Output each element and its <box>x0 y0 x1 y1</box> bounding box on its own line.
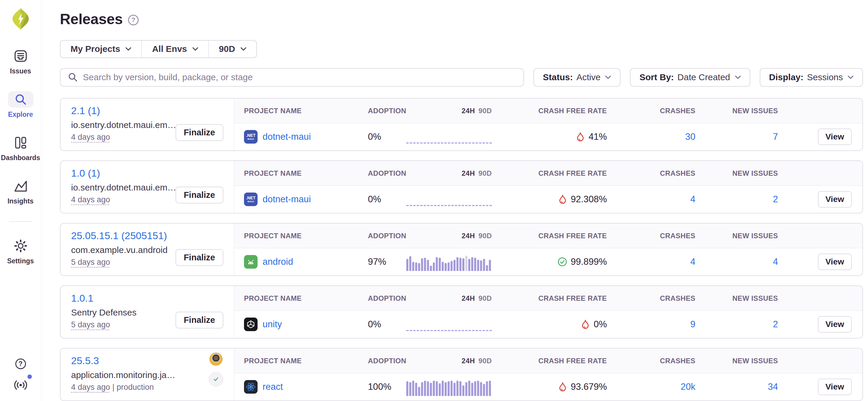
dotnet-maui-platform-icon: .NETMAUI <box>244 130 257 143</box>
status-dropdown[interactable]: Status: Active <box>533 68 620 87</box>
page-title: Releases <box>60 11 123 28</box>
whats-new-button[interactable] <box>13 379 28 392</box>
sessions-sparkline <box>406 186 492 213</box>
view-button[interactable]: View <box>818 191 852 208</box>
android-platform-icon <box>244 255 257 269</box>
release-created: 4 days ago <box>71 383 110 392</box>
crash-free-rate: 99.899% <box>492 257 607 267</box>
sidebar-item-issues[interactable]: Issues <box>0 48 41 75</box>
release-package: application.monitoring.ja… <box>71 370 223 380</box>
sessions-sparkline <box>406 248 492 275</box>
sidebar-item-label: Issues <box>10 67 31 75</box>
project-filter-dropdown[interactable]: My Projects <box>60 41 141 58</box>
finalize-button[interactable]: Finalize <box>176 312 223 329</box>
release-created: 5 days ago <box>71 258 110 267</box>
finalize-button[interactable]: Finalize <box>176 124 223 141</box>
page-help-icon[interactable]: ? <box>128 15 139 25</box>
table-row: .NETMAUI dotnet-maui 0% 41% 30 <box>234 123 862 151</box>
finalize-button[interactable]: Finalize <box>176 187 223 203</box>
crashes-link[interactable]: 4 <box>690 257 695 267</box>
new-issues-link[interactable]: 34 <box>768 381 778 392</box>
release-version-link[interactable]: 1.0.1 <box>71 293 94 304</box>
crash-free-rate: 0% <box>492 319 607 330</box>
table-header: PROJECT NAME ADOPTION 24H90D CRASH FREE … <box>234 286 862 311</box>
check-icon <box>212 375 220 383</box>
project-link[interactable]: dotnet-maui <box>262 132 311 142</box>
release-version-link[interactable]: 2.1 (1) <box>71 105 100 116</box>
environment-filter-dropdown[interactable]: All Envs <box>142 41 208 58</box>
help-icon[interactable]: ? <box>16 359 26 369</box>
flame-icon <box>558 382 567 392</box>
new-issues-link[interactable]: 4 <box>773 257 778 267</box>
project-link[interactable]: dotnet-maui <box>262 194 311 205</box>
sidebar-item-settings[interactable]: Settings <box>0 238 41 265</box>
chevron-down-icon <box>735 75 741 79</box>
release-version-link[interactable]: 1.0 (1) <box>71 167 100 179</box>
sidebar-item-explore[interactable]: Explore <box>0 91 41 119</box>
new-issues-link[interactable]: 7 <box>773 132 778 142</box>
release-info: 1.0 (1) io.sentry.dotnet.maui.em… 4 days… <box>60 161 234 213</box>
project-link[interactable]: android <box>262 257 293 267</box>
sentry-logo[interactable] <box>11 7 31 31</box>
adoption-value: 0% <box>368 194 406 205</box>
adoption-value: 97% <box>368 257 406 267</box>
insights-chart-icon <box>8 178 33 194</box>
release-version-link[interactable]: 25.5.3 <box>71 355 99 367</box>
table-row: .NETMAUI dotnet-maui 0% 92.308% <box>234 186 862 213</box>
avatar <box>209 353 223 366</box>
release-created: 4 days ago <box>71 133 110 141</box>
table-row: unity 0% 0% 9 2 View <box>234 311 862 338</box>
sidebar-item-label: Insights <box>7 197 33 205</box>
new-issues-link[interactable]: 2 <box>773 319 778 329</box>
view-button[interactable]: View <box>818 378 852 395</box>
table-header: PROJECT NAME ADOPTION 24H90D CRASH FREE … <box>234 98 862 123</box>
crashes-link[interactable]: 30 <box>685 132 695 142</box>
chevron-down-icon <box>605 75 611 79</box>
new-issues-link[interactable]: 2 <box>773 194 778 204</box>
search-icon <box>68 72 78 82</box>
release-info: 2.1 (1) io.sentry.dotnet.maui.em… 4 days… <box>60 98 234 151</box>
table-row: android 97% 99.899% 4 4 <box>234 248 862 275</box>
issues-icon <box>8 48 33 64</box>
adoption-value: 0% <box>368 132 406 142</box>
sort-by-dropdown[interactable]: Sort By: Date Created <box>630 68 750 87</box>
project-link[interactable]: react <box>262 381 283 392</box>
crashes-link[interactable]: 4 <box>690 194 695 204</box>
date-range-dropdown[interactable]: 90D <box>209 41 256 58</box>
table-header: PROJECT NAME ADOPTION 24H90D CRASH FREE … <box>234 224 862 248</box>
sidebar-item-dashboards[interactable]: Dashboards <box>0 134 41 162</box>
crash-free-rate: 92.308% <box>492 194 607 205</box>
view-button[interactable]: View <box>818 254 852 270</box>
dotnet-maui-platform-icon: .NETMAUI <box>244 193 257 206</box>
search-input[interactable] <box>83 72 516 82</box>
crashes-link[interactable]: 9 <box>690 319 695 329</box>
view-button[interactable]: View <box>818 316 852 333</box>
release-table: PROJECT NAME ADOPTION 24H90D CRASH FREE … <box>234 348 862 400</box>
release-info: 1.0.1 Sentry Defenses 5 days ago Finaliz… <box>60 286 234 338</box>
release-version-link[interactable]: 25.05.15.1 (2505151) <box>71 230 167 241</box>
broadcast-icon <box>13 379 28 391</box>
release-table: PROJECT NAME ADOPTION 24H90D CRASH FREE … <box>234 161 862 213</box>
unity-platform-icon <box>244 318 257 331</box>
crashes-link[interactable]: 20k <box>681 381 695 392</box>
display-dropdown[interactable]: Display: Sessions <box>760 68 863 87</box>
release-table: PROJECT NAME ADOPTION 24H90D CRASH FREE … <box>234 98 862 151</box>
table-header: PROJECT NAME ADOPTION 24H90D CRASH FREE … <box>234 348 862 373</box>
sidebar-item-insights[interactable]: Insights <box>0 178 41 205</box>
view-button[interactable]: View <box>818 129 852 145</box>
dashboards-icon <box>8 134 33 151</box>
sidebar: Issues Explore <box>0 0 41 401</box>
chevron-down-icon <box>192 47 198 51</box>
sessions-sparkline <box>406 373 492 400</box>
table-header: PROJECT NAME ADOPTION 24H90D CRASH FREE … <box>234 161 862 186</box>
page-header: Releases ? <box>60 11 863 28</box>
finalized-check-badge <box>209 372 223 387</box>
chevron-down-icon <box>848 75 854 79</box>
release-card: 1.0 (1) io.sentry.dotnet.maui.em… 4 days… <box>60 160 863 213</box>
sidebar-bottom: ? <box>13 359 28 401</box>
finalize-button[interactable]: Finalize <box>176 249 223 266</box>
release-table: PROJECT NAME ADOPTION 24H90D CRASH FREE … <box>234 224 862 275</box>
crash-free-rate: 93.679% <box>492 381 607 392</box>
project-link[interactable]: unity <box>262 319 282 330</box>
adoption-value: 100% <box>368 381 406 392</box>
